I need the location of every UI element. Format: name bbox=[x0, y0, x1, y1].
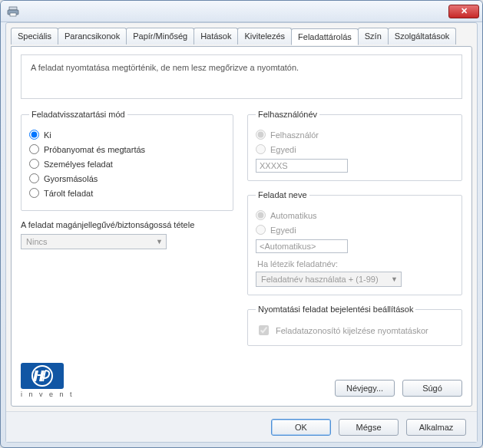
chevron-down-icon: ▼ bbox=[391, 275, 398, 283]
notify-checkbox-label: Feladatazonosító kijelzése nyomtatáskor bbox=[276, 326, 428, 335]
retention-label-quickcopy: Gyorsmásolás bbox=[44, 174, 98, 183]
hp-logo-icon bbox=[21, 363, 64, 389]
tab-kivitelezes[interactable]: Kivitelezés bbox=[237, 28, 292, 44]
privacy-label: A feladat magánjellegűvé/biztonságossá t… bbox=[21, 220, 233, 229]
retention-label-off: Ki bbox=[44, 130, 51, 140]
jobname-input bbox=[256, 239, 348, 253]
window-close-button[interactable]: ✕ bbox=[448, 5, 479, 18]
close-icon: ✕ bbox=[461, 6, 468, 16]
username-radio-custom bbox=[256, 144, 266, 154]
jobname-legend: Feladat neve bbox=[256, 190, 309, 199]
jobname-label-custom: Egyedi bbox=[270, 226, 296, 235]
username-label-user: Felhasználór bbox=[270, 130, 319, 140]
jobname-radio-custom bbox=[256, 225, 266, 235]
printer-icon bbox=[7, 5, 19, 18]
about-button[interactable]: Névjegy... bbox=[335, 380, 395, 397]
tab-panel-feladattarolas: A feladat nyomtatása megtörténik, de nem… bbox=[11, 46, 472, 407]
svg-rect-2 bbox=[10, 13, 16, 16]
retention-radio-quickcopy[interactable] bbox=[29, 173, 39, 183]
jobname-exists-select: Feladatnév használata + (1-99) ▼ bbox=[256, 272, 402, 287]
jobname-option-auto: Automatikus bbox=[256, 210, 454, 220]
privacy-select: Nincs ▼ bbox=[21, 234, 167, 249]
username-group: Felhasználónév Felhasználór Egyedi bbox=[247, 110, 462, 181]
panel-buttons: Névjegy... Súgó bbox=[335, 380, 462, 397]
retention-legend: Feladatvisszatartási mód bbox=[29, 110, 127, 119]
jobname-option-custom: Egyedi bbox=[256, 225, 454, 235]
info-text: A feladat nyomtatása megtörténik, de nem… bbox=[21, 54, 462, 99]
svg-rect-0 bbox=[9, 7, 17, 10]
retention-mode-group: Feladatvisszatartási mód Ki Próbanyomat … bbox=[21, 110, 233, 211]
client-area: Speciális Parancsikonok Papír/Minőség Ha… bbox=[5, 22, 478, 443]
hp-invent-label: i n v e n t bbox=[21, 390, 74, 398]
retention-radio-proof[interactable] bbox=[29, 144, 39, 154]
dialog-button-bar: OK Mégse Alkalmaz bbox=[6, 411, 477, 442]
jobname-label-auto: Automatikus bbox=[270, 211, 317, 220]
retention-option-quickcopy[interactable]: Gyorsmásolás bbox=[29, 173, 225, 183]
tab-szolgaltatasok[interactable]: Szolgáltatások bbox=[388, 28, 457, 44]
printer-properties-window: ✕ Speciális Parancsikonok Papír/Minőség … bbox=[0, 0, 483, 448]
retention-label-personal: Személyes feladat bbox=[44, 160, 113, 169]
chevron-down-icon: ▼ bbox=[156, 238, 163, 245]
privacy-value: Nincs bbox=[26, 237, 48, 246]
retention-radio-stored[interactable] bbox=[29, 188, 39, 198]
retention-label-proof: Próbanyomat és megtartás bbox=[44, 145, 145, 154]
retention-option-off[interactable]: Ki bbox=[29, 130, 225, 140]
tab-hatasok[interactable]: Hatások bbox=[194, 28, 238, 44]
username-radio-user bbox=[256, 130, 266, 140]
username-option-user: Felhasználór bbox=[256, 130, 454, 140]
retention-option-proof[interactable]: Próbanyomat és megtartás bbox=[29, 144, 225, 154]
username-option-custom: Egyedi bbox=[256, 144, 454, 154]
jobname-radio-auto bbox=[256, 210, 266, 220]
titlebar: ✕ bbox=[1, 1, 482, 22]
username-label-custom: Egyedi bbox=[270, 145, 296, 154]
retention-label-stored: Tárolt feladat bbox=[44, 189, 93, 198]
username-legend: Felhasználónév bbox=[256, 110, 319, 119]
tab-feladattarolas[interactable]: Feladattárolás bbox=[291, 28, 359, 45]
notify-legend: Nyomtatási feladat bejelentési beállítás… bbox=[256, 305, 415, 314]
notify-checkbox-row: Feladatazonosító kijelzése nyomtatáskor bbox=[256, 323, 454, 338]
retention-option-stored[interactable]: Tárolt feladat bbox=[29, 188, 225, 198]
cancel-button[interactable]: Mégse bbox=[339, 419, 399, 436]
tab-specialis[interactable]: Speciális bbox=[11, 28, 58, 44]
tab-parancsikonok[interactable]: Parancsikonok bbox=[58, 28, 127, 44]
jobname-exists-label: Ha létezik feladatnév: bbox=[257, 259, 454, 268]
notify-group: Nyomtatási feladat bejelentési beállítás… bbox=[247, 305, 462, 346]
tab-papir-minoseg[interactable]: Papír/Minőség bbox=[126, 28, 194, 44]
tab-szin[interactable]: Szín bbox=[358, 28, 389, 44]
hp-logo: i n v e n t bbox=[21, 363, 74, 398]
jobname-group: Feladat neve Automatikus Egyedi Ha létez… bbox=[247, 190, 462, 295]
help-button[interactable]: Súgó bbox=[402, 380, 462, 397]
retention-option-personal[interactable]: Személyes feladat bbox=[29, 159, 225, 169]
username-input bbox=[256, 159, 348, 173]
ok-button[interactable]: OK bbox=[271, 419, 331, 436]
jobname-exists-value: Feladatnév használata + (1-99) bbox=[261, 275, 379, 284]
apply-button[interactable]: Alkalmaz bbox=[406, 419, 466, 436]
retention-radio-personal[interactable] bbox=[29, 159, 39, 169]
notify-checkbox bbox=[259, 325, 269, 335]
retention-radio-off[interactable] bbox=[29, 130, 39, 140]
tab-strip: Speciális Parancsikonok Papír/Minőség Ha… bbox=[6, 23, 477, 44]
